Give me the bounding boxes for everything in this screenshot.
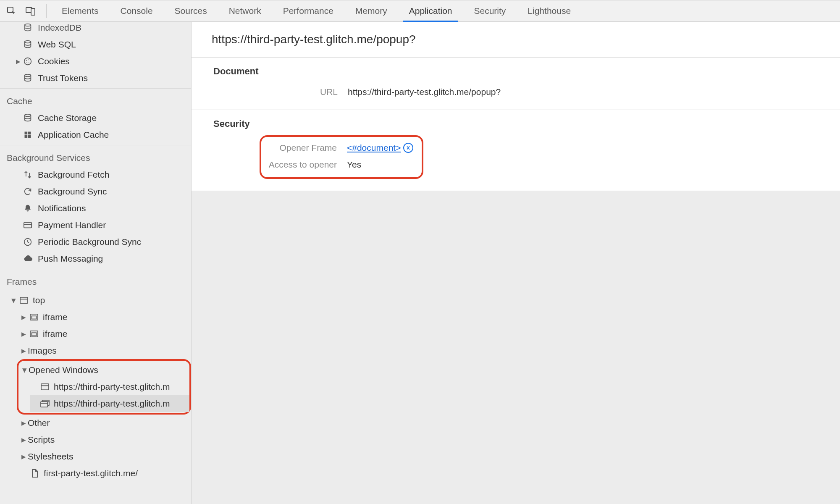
tab-elements[interactable]: Elements <box>51 0 110 21</box>
tree-label: Opened Windows <box>29 365 98 375</box>
sidebar-item-indexeddb[interactable]: IndexedDB <box>0 22 191 36</box>
sidebar-item-label: Web SQL <box>38 39 76 50</box>
database-icon <box>22 39 34 50</box>
opened-window-item-selected[interactable]: ▸ https://third-party-test.glitch.m <box>30 395 189 412</box>
sidebar-item-periodic-bg-sync[interactable]: Periodic Background Sync <box>0 234 191 250</box>
sidebar-item-background-sync[interactable]: Background Sync <box>0 183 191 200</box>
sidebar-item-background-fetch[interactable]: Background Fetch <box>0 166 191 183</box>
tab-application[interactable]: Application <box>398 0 463 21</box>
tab-console[interactable]: Console <box>110 0 164 21</box>
sidebar-item-label: Background Fetch <box>38 170 109 180</box>
callout-opened-windows: ▾ Opened Windows ▸ https://third-party-t… <box>17 359 191 415</box>
svg-rect-13 <box>28 132 31 135</box>
sync-icon <box>22 186 34 197</box>
tab-security[interactable]: Security <box>463 0 517 21</box>
tree-label: Images <box>28 346 57 356</box>
frame-iframe[interactable]: ▸ iframe <box>19 309 191 326</box>
sidebar-item-application-cache[interactable]: Application Cache <box>0 126 191 143</box>
frame-other[interactable]: ▸ Other <box>19 415 191 431</box>
window-icon <box>39 382 50 392</box>
sidebar-item-label: Periodic Background Sync <box>38 237 141 247</box>
caret-right-icon: ▸ <box>14 56 22 66</box>
svg-point-11 <box>25 114 31 117</box>
cookie-icon <box>22 55 34 67</box>
svg-rect-24 <box>32 333 37 336</box>
svg-point-10 <box>25 74 31 77</box>
sidebar-item-label: Payment Handler <box>38 220 106 230</box>
svg-rect-15 <box>28 135 31 138</box>
svg-point-4 <box>25 41 31 43</box>
svg-rect-12 <box>25 132 28 135</box>
inspect-element-icon[interactable] <box>3 3 19 19</box>
devtools-tabbar: Elements Console Sources Network Perform… <box>0 0 840 22</box>
frame-document-file[interactable]: first-party-test.glitch.me/ <box>19 465 191 482</box>
svg-point-8 <box>26 62 27 63</box>
tree-label: https://third-party-test.glitch.m <box>54 399 170 409</box>
kv-label-url: URL <box>209 87 348 97</box>
svg-rect-19 <box>20 297 28 303</box>
kv-label-access-opener: Access to opener <box>267 160 347 170</box>
frame-top[interactable]: ▾ top <box>9 292 191 309</box>
tree-label: Other <box>28 418 50 428</box>
cloud-icon <box>22 253 34 265</box>
frame-scripts[interactable]: ▸ Scripts <box>19 431 191 448</box>
opener-frame-link[interactable]: <#document> <box>347 143 401 153</box>
iframe-icon <box>29 329 39 339</box>
svg-point-6 <box>26 60 27 61</box>
sidebar-item-trust-tokens[interactable]: Trust Tokens <box>0 70 191 87</box>
kv-value-url: https://third-party-test.glitch.me/popup… <box>348 87 501 97</box>
caret-down-icon: ▾ <box>9 295 18 305</box>
tree-label: Stylesheets <box>28 452 74 462</box>
sidebar-item-cookies[interactable]: ▸ Cookies <box>0 53 191 70</box>
caret-right-icon: ▸ <box>19 418 28 428</box>
grid-icon <box>22 129 34 141</box>
svg-rect-14 <box>25 135 28 138</box>
sidebar-item-payment-handler[interactable]: Payment Handler <box>0 217 191 234</box>
window-icon <box>18 295 29 305</box>
sidebar-item-notifications[interactable]: Notifications <box>0 200 191 217</box>
section-heading: Security <box>209 118 840 129</box>
svg-rect-22 <box>32 316 37 319</box>
sidebar-item-websql[interactable]: Web SQL <box>0 36 191 53</box>
tab-memory[interactable]: Memory <box>344 0 398 21</box>
svg-rect-16 <box>24 223 32 228</box>
tabbar-divider <box>46 4 47 18</box>
windows-stack-icon <box>39 399 50 409</box>
inspect-node-icon[interactable] <box>403 143 413 153</box>
database-icon <box>22 72 34 84</box>
frame-iframe[interactable]: ▸ iframe <box>19 326 191 342</box>
sidebar-item-push-messaging[interactable]: Push Messaging <box>0 250 191 267</box>
svg-point-5 <box>24 58 32 65</box>
caret-right-icon: ▸ <box>19 329 28 339</box>
tree-label: first-party-test.glitch.me/ <box>44 468 138 478</box>
tree-label: iframe <box>43 312 67 322</box>
tab-sources[interactable]: Sources <box>164 0 218 21</box>
frame-images[interactable]: ▸ Images <box>19 342 191 359</box>
svg-point-7 <box>28 59 29 60</box>
sidebar-item-label: IndexedDB <box>38 23 81 33</box>
page-url-title: https://third-party-test.glitch.me/popup… <box>192 22 840 58</box>
sidebar-item-label: Cache Storage <box>38 113 97 123</box>
credit-card-icon <box>22 219 34 231</box>
sidebar-item-cache-storage[interactable]: Cache Storage <box>0 110 191 126</box>
clock-icon <box>22 236 34 248</box>
kv-label-opener-frame: Opener Frame <box>267 143 347 153</box>
tree-label: iframe <box>43 329 67 339</box>
svg-point-3 <box>25 24 31 26</box>
sidebar-heading-cache: Cache <box>0 92 191 110</box>
iframe-icon <box>29 312 39 322</box>
sidebar-item-label: Application Cache <box>38 130 109 140</box>
frame-opened-windows[interactable]: ▾ Opened Windows <box>20 362 189 378</box>
frame-stylesheets[interactable]: ▸ Stylesheets <box>19 448 191 465</box>
sidebar-heading-frames: Frames <box>0 273 191 290</box>
sidebar-item-label: Trust Tokens <box>38 73 88 83</box>
sidebar-item-label: Push Messaging <box>38 254 103 264</box>
tab-performance[interactable]: Performance <box>272 0 344 21</box>
tab-lighthouse[interactable]: Lighthouse <box>517 0 582 21</box>
tab-network[interactable]: Network <box>218 0 272 21</box>
device-toolbar-icon[interactable] <box>23 3 39 19</box>
sidebar-item-label: Notifications <box>38 203 86 213</box>
bell-icon <box>22 202 34 214</box>
tree-label: https://third-party-test.glitch.m <box>54 382 170 392</box>
opened-window-item[interactable]: ▸ https://third-party-test.glitch.m <box>30 378 189 395</box>
